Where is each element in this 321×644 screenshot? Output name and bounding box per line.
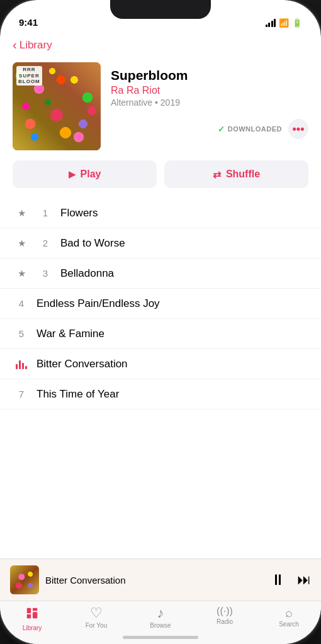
now-playing-bar[interactable]: Bitter Conversation ⏸ ⏭ [0,558,321,601]
play-label: Play [81,169,101,180]
search-icon: ⌕ [285,606,293,619]
tab-browse[interactable]: ♪ Browse [128,606,193,631]
downloaded-label: DOWNLOADED [228,125,282,133]
tab-for-you[interactable]: ♡ For You [64,606,128,631]
downloaded-badge: ✓ DOWNLOADED [218,125,282,134]
track-list: ★ 1 Flowers ★ 2 Bad to Worse ★ 3 Bellado… [0,198,321,558]
album-section: RRR SUPER BLOOM Superbloom Ra Ra Riot Al… [0,56,321,160]
tab-for-you-label: For You [86,622,107,629]
ellipsis-icon: ••• [293,123,305,136]
nav-bar: ‹ Library [0,31,321,56]
shuffle-icon: ⇄ [213,169,221,180]
track-star-icon: ★ [13,268,30,279]
pause-button[interactable]: ⏸ [271,571,286,589]
track-item-playing[interactable]: Bitter Conversation [0,349,321,379]
svg-rect-2 [33,608,37,611]
track-title: Bad to Worse [60,237,308,250]
svg-rect-1 [27,614,31,618]
svg-rect-3 [33,612,37,618]
status-icons: 📶 🔋 [266,18,303,28]
track-title: Flowers [60,207,308,219]
back-button[interactable]: ‹ Library [13,38,52,52]
tab-browse-label: Browse [150,622,171,629]
skip-forward-button[interactable]: ⏭ [297,572,311,588]
track-item[interactable]: ★ 2 Bad to Worse [0,228,321,258]
album-artist: Ra Ra Riot [111,85,308,96]
home-indicator [123,636,198,639]
back-label: Library [20,39,52,52]
track-title: Endless Pain/Endless Joy [37,297,308,310]
album-label: RRR SUPER BLOOM [16,66,42,86]
tab-radio-label: Radio [217,618,233,625]
play-icon: ▶ [69,169,76,179]
track-item[interactable]: 7 This Time of Year [0,379,321,409]
radio-icon: ((·)) [217,606,233,616]
phone-frame: 9:41 📶 🔋 ‹ Library [0,0,321,644]
more-button[interactable]: ••• [288,119,308,139]
track-number: 3 [37,268,54,279]
tab-library[interactable]: Library [0,606,64,631]
track-title: Bitter Conversation [37,358,308,370]
playing-indicator [13,359,30,369]
album-art: RRR SUPER BLOOM [13,62,101,150]
track-star-icon: ★ [13,238,30,249]
svg-rect-0 [27,608,31,613]
signal-icon [266,19,276,27]
track-title: War & Famine [37,328,308,340]
back-chevron-icon: ‹ [13,38,17,52]
now-playing-art-inner [10,565,39,594]
track-item[interactable]: 4 Endless Pain/Endless Joy [0,289,321,319]
notch [110,0,211,19]
now-playing-art [10,565,39,594]
library-icon [25,606,39,623]
now-playing-controls: ⏸ ⏭ [271,571,311,589]
album-info: Superbloom Ra Ra Riot Alternative • 2019… [111,62,308,139]
track-star-icon: ★ [13,208,30,219]
action-buttons: ▶ Play ⇄ Shuffle [0,160,321,198]
tab-search-label: Search [279,621,299,628]
tab-search[interactable]: ⌕ Search [257,606,321,631]
phone-screen: 9:41 📶 🔋 ‹ Library [0,0,321,644]
track-number: 1 [37,208,54,218]
track-number: 7 [13,389,30,399]
status-time: 9:41 [19,17,38,28]
checkmark-icon: ✓ [218,125,225,134]
wifi-icon: 📶 [279,18,289,28]
browse-icon: ♪ [157,606,164,620]
album-meta: Alternative • 2019 [111,97,308,108]
tab-radio[interactable]: ((·)) Radio [193,606,257,631]
play-button[interactable]: ▶ Play [13,160,157,188]
track-title: Belladonna [60,267,308,280]
album-title: Superbloom [111,67,308,83]
track-title: This Time of Year [37,388,308,401]
track-number: 5 [13,328,30,339]
track-item[interactable]: 5 War & Famine [0,319,321,349]
album-art-background: RRR SUPER BLOOM [13,62,101,150]
shuffle-button[interactable]: ⇄ Shuffle [164,160,308,188]
now-playing-title: Bitter Conversation [45,575,264,586]
track-number: 2 [37,238,54,248]
tab-library-label: Library [23,625,42,631]
album-actions: ✓ DOWNLOADED ••• [111,119,308,139]
for-you-icon: ♡ [90,606,103,620]
track-number: 4 [13,298,30,309]
shuffle-label: Shuffle [226,169,260,180]
track-item[interactable]: ★ 1 Flowers [0,198,321,228]
battery-icon: 🔋 [292,18,302,28]
screen-content: ‹ Library RRR SUPER BLOOM Superbloom Ra … [0,31,321,644]
track-item[interactable]: ★ 3 Belladonna [0,258,321,289]
